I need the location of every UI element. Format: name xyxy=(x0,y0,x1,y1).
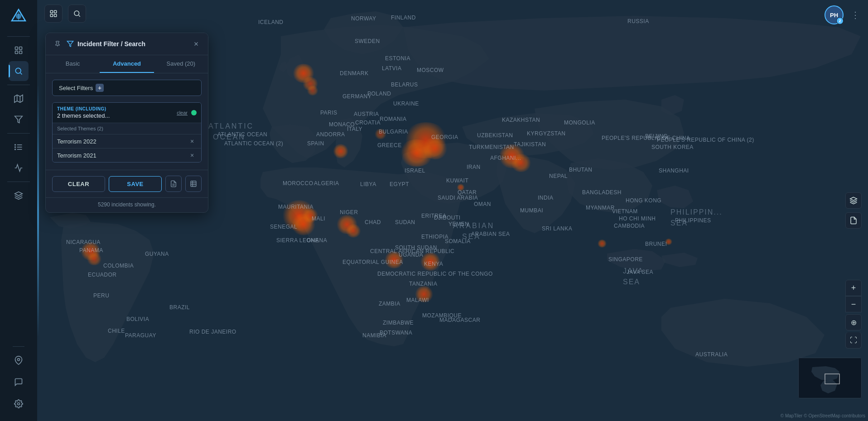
panel-close-button[interactable] xyxy=(191,38,202,49)
theme-filter-label: Theme (Including) xyxy=(57,106,173,111)
theme-filter-header[interactable]: Theme (Including) 2 themes selected... c… xyxy=(53,103,201,123)
svg-rect-20 xyxy=(50,10,53,13)
sidebar-map-group xyxy=(0,87,37,131)
svg-point-6 xyxy=(15,68,21,73)
map-layers-button[interactable] xyxy=(845,192,862,209)
active-indicator xyxy=(9,65,10,77)
map-tools-right xyxy=(845,192,862,229)
panel-pin-button[interactable] xyxy=(52,38,63,49)
top-right-controls: PH 2 ⋮ xyxy=(825,5,863,24)
sidebar-item-layers[interactable] xyxy=(9,40,29,60)
svg-rect-2 xyxy=(15,47,18,50)
sidebar-layers-group xyxy=(0,184,37,207)
filter-icon xyxy=(67,40,74,48)
incident-count-status: 5290 incidents showing. xyxy=(46,197,208,212)
panel-body: Select Filters + Theme (Including) 2 the… xyxy=(46,73,208,170)
sidebar-item-chat[interactable] xyxy=(9,372,29,392)
panel-title: Incident Filter / Search xyxy=(77,40,187,48)
svg-point-16 xyxy=(15,149,16,150)
theme-tag-remove-1[interactable]: × xyxy=(188,151,197,160)
sidebar-item-filter[interactable] xyxy=(9,61,29,81)
svg-rect-21 xyxy=(54,10,57,13)
svg-rect-3 xyxy=(19,47,22,50)
sidebar-divider-2 xyxy=(7,85,29,85)
theme-tag-terrorism-2022: Terrorism 2022 × xyxy=(53,134,201,148)
sidebar-item-stack[interactable] xyxy=(9,186,29,206)
filter-panel: Incident Filter / Search Basic Advanced … xyxy=(45,33,208,213)
theme-tag-label-0: Terrorism 2022 xyxy=(57,138,188,145)
save-button[interactable]: SAVE xyxy=(109,176,162,192)
tab-saved[interactable]: Saved (20) xyxy=(154,55,208,73)
tab-basic[interactable]: Basic xyxy=(46,55,100,73)
theme-tag-terrorism-2021: Terrorism 2021 × xyxy=(53,148,201,162)
zoom-out-button[interactable]: − xyxy=(845,296,862,312)
map-attribution: © MapTiler © OpenStreetMap contributors xyxy=(781,413,865,418)
sidebar-divider-5 xyxy=(13,346,24,347)
compass-button[interactable]: ⊕ xyxy=(845,314,862,330)
sidebar-item-map[interactable] xyxy=(9,89,29,109)
sidebar-item-chart[interactable] xyxy=(9,158,29,178)
panel-footer: CLEAR SAVE xyxy=(46,170,208,197)
menu-toggle-button[interactable] xyxy=(44,5,63,23)
user-avatar[interactable]: PH 2 xyxy=(825,5,844,24)
avatar-badge: 2 xyxy=(836,17,844,24)
export-csv-button[interactable] xyxy=(185,176,202,192)
select-filters-label: Select Filters xyxy=(59,85,93,91)
theme-tag-remove-0[interactable]: × xyxy=(188,137,197,146)
minimap[interactable] xyxy=(798,358,862,398)
svg-rect-22 xyxy=(50,14,53,17)
filter-toggle-indicator xyxy=(191,110,197,115)
left-sidebar xyxy=(0,0,37,421)
sidebar-item-settings[interactable] xyxy=(9,394,29,414)
svg-marker-10 xyxy=(15,116,23,123)
active-filter-bar xyxy=(37,0,39,421)
top-bar xyxy=(37,0,868,27)
zoom-in-button[interactable]: + xyxy=(845,280,862,296)
sidebar-nav-group xyxy=(0,38,37,83)
export-pdf-button[interactable] xyxy=(165,176,182,192)
svg-point-19 xyxy=(18,403,20,405)
sidebar-bottom xyxy=(9,344,29,421)
svg-marker-7 xyxy=(14,95,23,103)
more-options-button[interactable]: ⋮ xyxy=(848,8,863,22)
zoom-controls: + − ⊕ ⛶ xyxy=(845,280,862,349)
svg-point-15 xyxy=(15,147,16,148)
svg-point-24 xyxy=(74,11,79,16)
fullscreen-button[interactable]: ⛶ xyxy=(845,332,862,349)
search-location-button[interactable] xyxy=(68,5,86,23)
sidebar-item-list[interactable] xyxy=(9,137,29,157)
tab-advanced[interactable]: Advanced xyxy=(100,55,154,73)
svg-point-14 xyxy=(15,144,16,145)
svg-rect-31 xyxy=(191,181,196,187)
svg-marker-35 xyxy=(850,197,857,201)
theme-filter-clear[interactable]: clear xyxy=(177,110,188,115)
selected-themes-header: Selected Themes (2) xyxy=(53,123,201,134)
svg-marker-26 xyxy=(67,41,73,47)
avatar-initials: PH xyxy=(830,12,838,19)
sidebar-divider-3 xyxy=(7,133,29,134)
sidebar-divider-4 xyxy=(7,182,29,182)
sidebar-item-filter2[interactable] xyxy=(9,110,29,129)
theme-filter-value: 2 themes selected... xyxy=(57,112,173,119)
theme-filter-dropdown: Theme (Including) 2 themes selected... c… xyxy=(52,102,202,163)
sidebar-divider-1 xyxy=(7,36,29,37)
sidebar-analysis-group xyxy=(0,135,37,180)
sidebar-item-location[interactable] xyxy=(9,350,29,370)
svg-point-18 xyxy=(18,359,20,361)
add-filter-icon: + xyxy=(96,84,104,92)
select-filters-button[interactable]: Select Filters + xyxy=(52,80,202,96)
panel-tabs: Basic Advanced Saved (20) xyxy=(46,55,208,73)
svg-marker-17 xyxy=(15,192,23,196)
panel-header: Incident Filter / Search xyxy=(46,33,208,55)
svg-rect-4 xyxy=(15,51,18,54)
svg-rect-5 xyxy=(19,51,22,54)
map-legend-button[interactable] xyxy=(845,212,862,229)
app-logo[interactable] xyxy=(9,6,29,26)
svg-rect-23 xyxy=(54,14,57,17)
theme-tag-label-1: Terrorism 2021 xyxy=(57,152,188,159)
clear-button[interactable]: CLEAR xyxy=(52,176,105,192)
